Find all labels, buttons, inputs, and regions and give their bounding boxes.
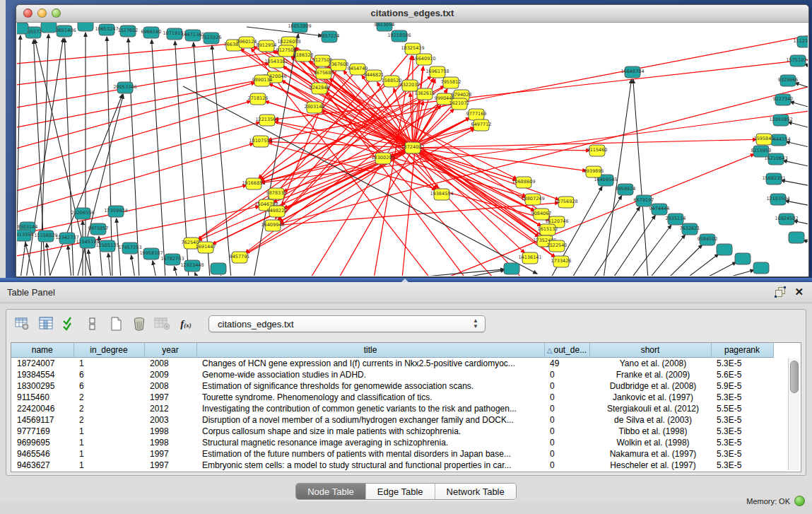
column-header-short[interactable]: short — [589, 343, 711, 358]
cell-short[interactable]: Jankovic et al. (1997) — [589, 392, 711, 403]
cell-out[interactable]: 0 — [544, 380, 589, 392]
cell-out[interactable]: 0 — [544, 403, 589, 414]
graph-edge[interactable] — [220, 275, 222, 276]
column-header-pagerank[interactable]: pagerank — [711, 343, 773, 358]
graph-node[interactable] — [504, 263, 519, 274]
cell-name[interactable]: 18300295 — [11, 380, 73, 392]
select-rows-icon[interactable] — [59, 315, 80, 333]
graph-edge[interactable] — [572, 196, 622, 276]
cell-name[interactable]: 9699695 — [11, 437, 73, 448]
cell-pr[interactable]: 5.3E-5 — [711, 392, 773, 403]
cell-pr[interactable]: 5.3E-5 — [711, 437, 773, 448]
graph-edge[interactable] — [613, 215, 655, 276]
cell-pr[interactable]: 5.3E-5 — [711, 460, 773, 471]
graph-node[interactable] — [17, 23, 28, 34]
column-header-title[interactable]: title — [196, 343, 544, 358]
column-header-name[interactable]: name — [11, 343, 73, 358]
cell-indeg[interactable]: 1 — [73, 437, 144, 448]
graph-edge[interactable] — [790, 102, 808, 110]
cell-title[interactable]: Genome-wide association studies in ADHD. — [196, 369, 544, 380]
column-header-year[interactable]: year — [144, 343, 196, 358]
graph-node[interactable] — [789, 232, 804, 243]
graph-edge[interactable] — [68, 245, 71, 276]
table-mode-icon[interactable] — [12, 315, 33, 333]
graph-edge[interactable] — [785, 201, 808, 207]
cell-pr[interactable]: 5.3E-5 — [711, 426, 773, 437]
cell-short[interactable]: de Silva et al. (2003) — [589, 414, 711, 426]
graph-node[interactable] — [735, 253, 751, 264]
cell-indeg[interactable]: 2 — [73, 414, 144, 426]
graph-edge[interactable] — [724, 270, 754, 276]
cell-indeg[interactable]: 2 — [73, 403, 144, 414]
cell-title[interactable]: Investigating the contribution of common… — [196, 403, 544, 414]
cell-indeg[interactable]: 6 — [73, 380, 144, 392]
cell-indeg[interactable]: 1 — [73, 358, 144, 370]
close-panel-icon[interactable]: ✕ — [794, 286, 804, 298]
cell-year[interactable]: 2009 — [144, 369, 196, 380]
cell-indeg[interactable]: 1 — [73, 448, 144, 460]
table-row[interactable]: 946554611997Estimation of the future num… — [11, 448, 773, 460]
tab-node-table[interactable]: Node Table — [296, 484, 366, 499]
cell-name[interactable]: 9465546 — [11, 448, 73, 460]
cell-name[interactable]: 19384554 — [11, 369, 73, 380]
table-row[interactable]: 969969511998Structural magnetic resonanc… — [11, 437, 773, 448]
show-columns-icon[interactable] — [35, 315, 57, 333]
cell-out[interactable]: 49 — [544, 358, 589, 370]
cell-name[interactable]: 9463627 — [11, 460, 73, 471]
graph-edge[interactable] — [281, 49, 413, 206]
cell-name[interactable]: 9777169 — [11, 426, 73, 437]
graph-edge[interactable] — [261, 111, 808, 183]
column-header-out-de-[interactable]: △out_de... — [544, 343, 589, 358]
cell-short[interactable]: Dudbridge et al. (2008) — [589, 380, 711, 392]
cell-year[interactable]: 1998 — [144, 426, 196, 437]
network-canvas[interactable]: 1405572420691406106532471527602696616010… — [17, 23, 808, 276]
cell-out[interactable]: 0 — [544, 392, 589, 403]
graph-edge[interactable] — [17, 185, 247, 235]
table-row[interactable]: 2242004622012Investigating the contribut… — [11, 403, 773, 414]
cell-year[interactable]: 1997 — [144, 392, 196, 403]
cell-out[interactable]: 0 — [544, 448, 589, 460]
cell-title[interactable]: Embryonic stem cells: a model to study s… — [196, 460, 544, 471]
graph-edge[interactable] — [794, 221, 808, 226]
cell-short[interactable]: Yano et al. (2008) — [589, 358, 711, 370]
cell-title[interactable]: Estimation of significance thresholds fo… — [196, 380, 544, 392]
cell-title[interactable]: Tourette syndrome. Phenomenology and cla… — [196, 392, 544, 403]
cell-title[interactable]: Changes of HCN gene expression and I(f) … — [196, 358, 544, 370]
network-window[interactable]: citations_edges.txt 14055724206914061065… — [16, 4, 809, 277]
graph-edge[interactable] — [781, 180, 808, 187]
cell-year[interactable]: 2008 — [144, 358, 196, 370]
cell-out[interactable]: 0 — [544, 426, 589, 437]
graph-edge[interactable] — [195, 272, 197, 276]
table-row[interactable]: 1456911722003Disruption of a novel membe… — [11, 414, 773, 426]
cell-title[interactable]: Structural magnetic resonance image aver… — [196, 437, 544, 448]
cell-name[interactable]: 9115460 — [11, 392, 73, 403]
graph-edge[interactable] — [268, 35, 808, 140]
graph-edge[interactable] — [152, 40, 165, 276]
graph-edge[interactable] — [705, 262, 736, 276]
graph-node[interactable] — [78, 23, 93, 31]
graph-edge[interactable] — [108, 253, 111, 276]
cell-short[interactable]: Franke et al. (2009) — [589, 369, 711, 380]
delete-column-icon[interactable] — [129, 315, 150, 333]
graph-edge[interactable] — [593, 206, 640, 276]
cell-pr[interactable]: 5.3E-5 — [711, 358, 773, 370]
graph-node[interactable] — [211, 263, 226, 274]
graph-edge[interactable] — [153, 261, 156, 276]
cell-title[interactable]: Estimation of the future numbers of pati… — [196, 448, 544, 460]
table-vertical-scrollbar[interactable] — [788, 358, 799, 470]
graph-edge[interactable] — [788, 122, 808, 130]
graph-edge[interactable] — [649, 235, 686, 276]
table-row[interactable]: 1830029562008Estimation of significance … — [11, 380, 773, 392]
scrollbar-thumb[interactable] — [790, 361, 799, 393]
tab-edge-table[interactable]: Edge Table — [366, 484, 435, 499]
float-panel-icon[interactable] — [775, 286, 786, 298]
cell-year[interactable]: 2003 — [144, 414, 196, 426]
graph-edge[interactable] — [175, 267, 177, 276]
cell-title[interactable]: Corpus callosum shape and size in male p… — [196, 426, 544, 437]
cell-indeg[interactable]: 1 — [73, 426, 144, 437]
graph-edge[interactable] — [686, 254, 719, 276]
table-row[interactable]: 977716911998Corpus callosum shape and si… — [11, 426, 773, 437]
cell-out[interactable]: 0 — [544, 369, 589, 380]
cell-year[interactable]: 1997 — [144, 460, 196, 471]
cell-indeg[interactable]: 1 — [73, 460, 144, 471]
